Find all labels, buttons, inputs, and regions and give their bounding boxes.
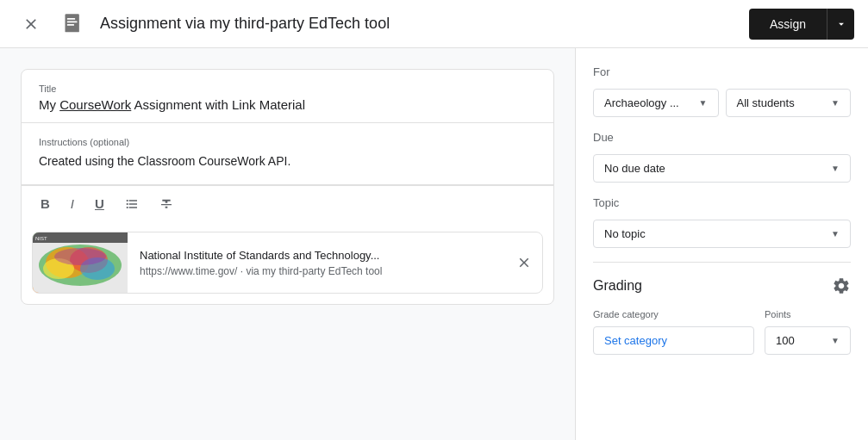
italic-button[interactable]: I: [66, 193, 79, 214]
attachment-via-text: · via my third-party EdTech tool: [237, 265, 382, 277]
attachment-info: National Institute of Standards and Tech…: [128, 240, 506, 286]
assign-dropdown-button[interactable]: [827, 9, 854, 40]
close-button[interactable]: [14, 7, 48, 41]
right-panel: For Archaeology ... ▼ All students ▼ Due…: [575, 48, 868, 440]
students-dropdown-value: All students: [737, 96, 795, 109]
svg-rect-0: [66, 14, 79, 32]
for-label: For: [593, 65, 851, 78]
svg-text:NIST: NIST: [35, 236, 47, 241]
map-image: NIST: [33, 232, 128, 293]
due-date-dropdown[interactable]: No due date ▼: [593, 154, 851, 183]
page-title: Assignment via my third-party EdTech too…: [100, 15, 390, 33]
title-underlined: CourseWork: [59, 97, 131, 112]
document-icon: [59, 9, 90, 40]
students-dropdown[interactable]: All students ▼: [726, 89, 852, 117]
for-dropdowns-row: Archaeology ... ▼ All students ▼: [593, 89, 851, 117]
attachment-url: https://www.time.gov/ · via my third-par…: [140, 265, 494, 277]
formatting-toolbar: B I U: [22, 185, 553, 221]
title-suffix: Assignment with Link Material: [131, 97, 305, 112]
close-icon: [516, 255, 532, 270]
title-section: Title My CourseWork Assignment with Link…: [22, 70, 553, 123]
class-dropdown-arrow: ▼: [699, 98, 708, 108]
grading-header: Grading: [593, 276, 851, 295]
grading-columns: Grade category Set category Points 100 ▼: [593, 309, 851, 355]
divider: [593, 262, 851, 263]
topic-value: No topic: [604, 227, 646, 240]
points-dropdown-arrow: ▼: [831, 336, 840, 345]
attachment-url-text: https://www.time.gov/: [140, 265, 237, 277]
class-dropdown[interactable]: Archaeology ... ▼: [593, 89, 719, 117]
due-date-arrow: ▼: [831, 164, 840, 173]
due-label: Due: [593, 131, 851, 144]
topbar-left: Assignment via my third-party EdTech too…: [14, 7, 749, 41]
instructions-label: Instructions (optional): [39, 137, 536, 147]
due-date-value: No due date: [604, 162, 665, 175]
svg-point-10: [54, 248, 106, 265]
attachment-section: NIST National Institute of Standards and…: [32, 232, 543, 294]
points-dropdown[interactable]: 100 ▼: [765, 326, 851, 355]
points-label: Points: [765, 309, 851, 319]
points-value: 100: [776, 334, 795, 347]
main-content: Title My CourseWork Assignment with Link…: [0, 48, 868, 440]
grade-category-label: Grade category: [593, 309, 754, 319]
list-icon: [125, 197, 139, 211]
title-value: My CourseWork Assignment with Link Mater…: [39, 97, 536, 112]
topbar-right: Assign: [749, 9, 854, 40]
strikethrough-icon: [159, 197, 173, 211]
list-button[interactable]: [120, 194, 144, 214]
students-dropdown-arrow: ▼: [831, 98, 840, 108]
topbar: Assignment via my third-party EdTech too…: [0, 0, 868, 48]
topic-dropdown[interactable]: No topic ▼: [593, 220, 851, 248]
svg-rect-2: [67, 21, 78, 22]
strikethrough-button[interactable]: [154, 194, 178, 214]
close-icon: [22, 15, 40, 33]
instructions-section: Instructions (optional) Created using th…: [22, 123, 553, 185]
svg-rect-3: [67, 24, 74, 26]
attachment-thumbnail: NIST: [33, 232, 128, 293]
attachment-card: NIST National Institute of Standards and…: [32, 232, 543, 294]
grading-settings-button[interactable]: [832, 276, 851, 295]
bold-button[interactable]: B: [35, 193, 55, 214]
topic-arrow: ▼: [831, 229, 840, 239]
points-col: Points 100 ▼: [765, 309, 851, 355]
topic-label: Topic: [593, 196, 851, 209]
grade-category-col: Grade category Set category: [593, 309, 754, 355]
map-svg: NIST: [33, 232, 128, 293]
chevron-down-icon: [835, 18, 847, 30]
attachment-remove-button[interactable]: [506, 248, 542, 277]
svg-rect-1: [67, 18, 75, 20]
class-dropdown-value: Archaeology ...: [604, 96, 679, 109]
title-label: Title: [39, 84, 536, 94]
left-panel: Title My CourseWork Assignment with Link…: [0, 48, 575, 440]
instructions-value: Created using the Classroom CourseWork A…: [39, 152, 536, 170]
attachment-title: National Institute of Standards and Tech…: [140, 249, 494, 262]
title-prefix: My: [39, 97, 59, 112]
gear-icon: [832, 276, 851, 295]
assign-button[interactable]: Assign: [749, 9, 827, 40]
underline-button[interactable]: U: [90, 193, 109, 214]
set-category-button[interactable]: Set category: [593, 326, 754, 355]
grading-title: Grading: [593, 278, 642, 294]
assignment-form-card: Title My CourseWork Assignment with Link…: [21, 69, 554, 305]
